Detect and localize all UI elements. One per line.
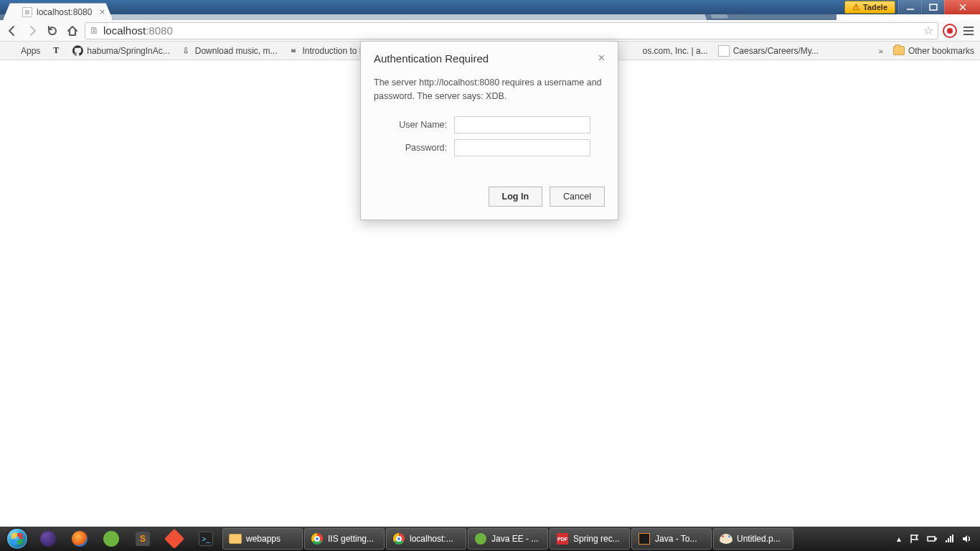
taskbar-app-paint[interactable]: Untitled.p... — [713, 528, 793, 550]
taskbar-pinned-git[interactable] — [159, 528, 189, 550]
tab-title: localhost:8080 — [37, 7, 92, 17]
taskbar-pinned-eclipse[interactable] — [33, 528, 63, 550]
svg-rect-1 — [928, 537, 935, 541]
taskbar-app-label: Spring rec... — [573, 534, 620, 544]
bookmark-item[interactable]: ılıılı Introduction to L — [287, 45, 364, 57]
start-button[interactable] — [3, 528, 32, 550]
bookmark-label: habuma/SpringInAc... — [87, 46, 169, 56]
taskbar-app-label: Java - To... — [655, 534, 697, 544]
taskbar-app-label: IIS getting... — [328, 534, 374, 544]
bookmark-item[interactable]: T — [50, 45, 62, 57]
back-button[interactable] — [4, 23, 20, 39]
taskbar-app-chrome[interactable]: localhost:... — [386, 528, 466, 550]
windows-taskbar: S >_ webapps IIS getting... localhost:..… — [0, 527, 980, 551]
bookmark-label: Introduction to L — [302, 46, 364, 56]
username-label: User Name: — [399, 120, 447, 130]
tray-overflow-icon[interactable]: ▲ — [895, 535, 903, 543]
battery-icon[interactable] — [927, 534, 937, 544]
taskbar-pinned-sublime[interactable]: S — [128, 528, 158, 550]
taskbar-app-pdf[interactable]: PDF Spring rec... — [550, 528, 630, 550]
browser-tab-active[interactable]: 🗎 localhost:8080 × — [3, 3, 113, 20]
folder-icon — [229, 532, 242, 545]
bookmark-item[interactable]: Caesars/Careers/My... — [718, 45, 819, 57]
bookmark-star-icon[interactable]: ☆ — [923, 24, 933, 37]
taskbar-app-spring[interactable]: Java EE - ... — [468, 528, 548, 550]
taskbar-app-intellij[interactable]: Java - To... — [631, 528, 712, 550]
paint-icon — [720, 532, 732, 545]
warning-icon: ⚠ — [852, 2, 860, 12]
text-icon: T — [50, 45, 62, 57]
download-icon: ⇩ — [180, 45, 192, 57]
password-input[interactable] — [454, 139, 590, 156]
chrome-icon — [392, 532, 405, 545]
bookmark-item[interactable]: ⇩ Download music, m... — [180, 45, 278, 57]
bookmark-label: Download music, m... — [195, 46, 278, 56]
browser-toolbar: 🗎 localhost:8080 ☆ — [0, 20, 980, 42]
cancel-button[interactable]: Cancel — [550, 187, 605, 207]
taskbar-app-label: Untitled.p... — [737, 534, 781, 544]
bookmark-item[interactable]: os.com, Inc. | a... — [643, 46, 708, 56]
chrome-user-badge[interactable]: ⚠ Tadele — [844, 1, 895, 14]
folder-icon — [893, 46, 905, 55]
cisco-icon: ılıılı — [287, 45, 298, 57]
github-icon — [72, 45, 83, 57]
close-tab-icon[interactable]: × — [100, 6, 105, 17]
url-host: localhost — [103, 24, 146, 37]
apps-button[interactable]: Apps — [6, 45, 40, 57]
other-bookmarks-label: Other bookmarks — [908, 46, 974, 56]
window-minimize-button[interactable] — [898, 0, 921, 14]
window-maximize-button[interactable] — [921, 0, 944, 14]
dialog-message: The server http://localhost:8080 require… — [361, 72, 618, 113]
volume-icon[interactable] — [961, 534, 971, 544]
forward-button[interactable] — [24, 23, 40, 39]
taskbar-app-chrome[interactable]: IIS getting... — [304, 528, 385, 550]
extension-icon[interactable] — [943, 24, 957, 38]
apps-label: Apps — [21, 46, 40, 56]
page-icon — [718, 45, 730, 57]
bookmark-label: os.com, Inc. | a... — [643, 46, 708, 56]
taskbar-pinned-spring[interactable] — [96, 528, 126, 550]
taskbar-app-label: localhost:... — [410, 534, 453, 544]
password-label: Password: — [405, 143, 447, 153]
dialog-title: Authentication Required — [374, 52, 489, 65]
auth-dialog: Authentication Required × The server htt… — [360, 41, 618, 220]
chrome-icon — [311, 532, 324, 545]
taskbar-app-label: webapps — [246, 534, 281, 544]
svg-rect-0 — [930, 4, 937, 10]
login-button[interactable]: Log In — [489, 187, 543, 207]
window-close-button[interactable] — [944, 0, 980, 14]
page-icon: 🗎 — [90, 25, 99, 36]
spring-icon — [474, 532, 487, 545]
username-input[interactable] — [454, 116, 590, 133]
taskbar-pinned-terminal[interactable]: >_ — [191, 528, 221, 550]
chrome-menu-button[interactable] — [961, 27, 976, 35]
dialog-close-icon[interactable]: × — [598, 52, 605, 65]
flag-icon[interactable] — [910, 534, 920, 544]
system-tray[interactable]: ▲ — [890, 534, 977, 544]
reload-button[interactable] — [44, 23, 60, 39]
bookmark-label: Caesars/Careers/My... — [733, 46, 819, 56]
address-bar[interactable]: 🗎 localhost:8080 ☆ — [85, 22, 938, 39]
other-bookmarks-button[interactable]: Other bookmarks — [893, 46, 974, 56]
home-button[interactable] — [65, 23, 80, 39]
page-icon: 🗎 — [22, 7, 32, 17]
taskbar-app-label: Java EE - ... — [491, 534, 538, 544]
bookmark-overflow-button[interactable]: » — [879, 47, 883, 55]
taskbar-pinned-firefox[interactable] — [65, 528, 95, 550]
network-icon[interactable] — [944, 534, 954, 544]
window-titlebar: ⚠ Tadele — [0, 0, 980, 14]
pdf-icon: PDF — [556, 532, 569, 545]
taskbar-app-explorer[interactable]: webapps — [222, 528, 303, 550]
intellij-icon — [638, 532, 651, 545]
user-badge-label: Tadele — [863, 3, 887, 11]
url-port: :8080 — [146, 24, 173, 37]
bookmark-item[interactable]: habuma/SpringInAc... — [72, 45, 169, 57]
